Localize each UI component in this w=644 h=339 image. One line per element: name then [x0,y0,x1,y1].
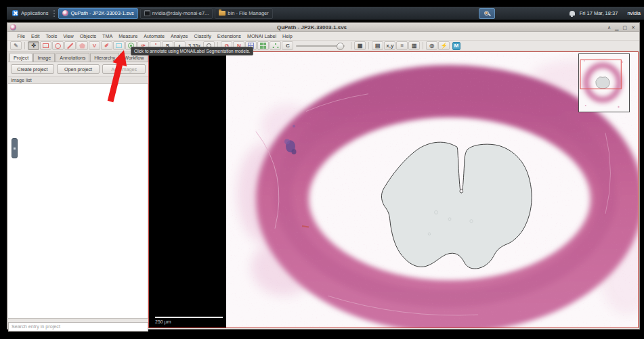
overview-thumbnail[interactable] [578,53,630,112]
window-button-icon [144,10,150,16]
ellipse-tool[interactable] [52,41,64,50]
create-project-button[interactable]: Create project [11,64,54,74]
menubar-automate[interactable]: Automate [141,33,168,39]
menubar: FileEditToolsViewObjectsTMAMeasureAutoma… [7,32,639,41]
menubar-extensions[interactable]: Extensions [214,33,244,39]
taskbar-window-list: QuPath - JP2K-33003-1.svs nvidia@rdaly-m… [58,8,272,19]
window-maximize-button[interactable]: ▢ [623,25,628,30]
applications-menu-button[interactable]: Applications [10,10,50,16]
window-button-title: QuPath - JP2K-33003-1.svs [70,10,133,16]
menubar-tools[interactable]: Tools [43,33,60,39]
desktop: { "taskbar": { "applications_label": "Ap… [0,0,644,339]
scalebar-label: 250 µm [155,319,223,324]
toolbar-separator [24,42,25,49]
toolbar-separator [368,42,369,49]
tray-area: ⇅← Fri 17 Mar, 18:37 nvidia [560,10,641,16]
polyline-tool[interactable]: V [89,41,100,50]
window-controls: ∧▁▢✕ [607,25,635,30]
opacity-slider[interactable] [294,41,348,50]
menubar-objects[interactable]: Objects [77,33,99,39]
magnifier-icon [484,11,489,16]
slide-viewer[interactable]: 250 µm [148,51,639,328]
overview-annotation [596,77,610,89]
scalebar-line [155,317,223,318]
toolbar-separator [351,42,351,49]
window-minimize-button[interactable]: ▁ [615,25,618,30]
move-tool[interactable]: ✜ [28,41,39,50]
user-label: nvidia [627,10,641,16]
taskbar-window-filemanager[interactable]: bin - File Manager [215,8,272,19]
monailabel-button[interactable]: M [450,41,462,50]
menubar-tma[interactable]: TMA [100,33,116,39]
pen-tool[interactable]: ✎ [10,41,22,50]
counting-grid-button[interactable]: ▦ [354,41,366,50]
taskbar-separator [53,9,56,18]
polygon-tool[interactable] [77,41,88,50]
taskbar: Applications QuPath - JP2K-33003-1.svs n… [7,7,644,20]
menubar-view[interactable]: View [60,33,77,39]
window-button-title: nvidia@rdaly-monai-e7... [152,10,209,16]
applications-label: Applications [21,10,48,16]
window-title: QuPath - JP2K-33003-1.svs [16,24,607,30]
search-row [8,318,148,328]
monailabel-tooltip: Click to annotate using MONAILabel Segme… [131,47,253,55]
slide-image[interactable] [226,52,639,327]
tray-icon-list: ⇅← [560,11,575,16]
xfce-logo-icon [12,10,18,16]
window-button-icon [62,10,68,16]
rectangle-tool[interactable] [40,41,51,50]
menubar-classify[interactable]: Classify [191,33,214,39]
open-project-button[interactable]: Open project [57,64,100,74]
window-button-icon [219,11,226,16]
window-button-title: bin - File Manager [228,10,268,16]
notifications-bell-icon[interactable] [570,11,575,16]
toolbar-separator [423,42,423,49]
measurement-table-button[interactable]: ▥ [408,41,420,50]
menubar-edit[interactable]: Edit [28,33,43,39]
window-close-button[interactable]: ✕ [631,25,635,30]
menubar-file[interactable]: File [14,33,28,39]
taskbar-window-qupath[interactable]: QuPath - JP2K-33003-1.svs [58,8,137,19]
clock[interactable]: Fri 17 Mar, 18:37 [580,10,618,16]
tab-image[interactable]: Image [33,53,55,62]
titlebar[interactable]: QuPath - JP2K-33003-1.svs ∧▁▢✕ [7,23,639,32]
measurement-map-button[interactable]: ▤ [372,41,383,50]
show-pixel-classification-toggle[interactable]: C [282,41,293,50]
tray-magnifier-button[interactable] [479,8,495,19]
menubar-measure[interactable]: Measure [116,33,141,39]
scalebar: 250 µm [155,317,223,324]
center-view-button[interactable]: ◎ [426,41,437,50]
red-annotation-arrow [101,45,131,107]
qupath-logo-icon [10,24,16,30]
menubar-analyze[interactable]: Analyze [168,33,192,39]
taskbar-window-terminal[interactable]: nvidia@rdaly-monai-e7... [140,8,213,19]
tab-project[interactable]: Project [9,53,33,62]
command-list-button[interactable]: ≡ [396,41,408,50]
cursor-location-toggle[interactable]: x,y [384,41,395,50]
line-tool[interactable] [64,41,76,50]
panel-collapse-handle[interactable] [12,138,18,158]
show-classes-toggle[interactable] [270,41,281,50]
image-list[interactable] [8,84,148,318]
menubar-help[interactable]: Help [280,33,296,39]
fill-detections-toggle[interactable] [257,41,269,50]
window-shade-button[interactable]: ∧ [607,25,611,30]
project-search-input[interactable] [8,322,148,332]
tab-annotations[interactable]: Annotations [56,53,89,62]
torch-button[interactable]: ⚡ [438,41,450,50]
menubar-monai-label[interactable]: MONAI Label [244,33,279,39]
